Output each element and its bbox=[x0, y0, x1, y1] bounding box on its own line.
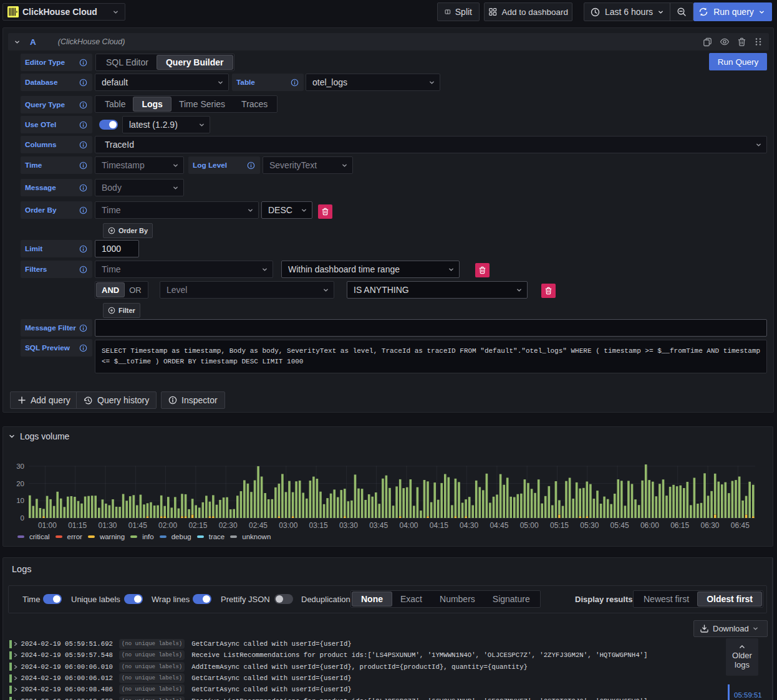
svg-text:03:30: 03:30 bbox=[339, 521, 358, 530]
svg-text:06:45: 06:45 bbox=[731, 521, 750, 530]
svg-text:05:15: 05:15 bbox=[550, 521, 569, 530]
svg-text:02:00: 02:00 bbox=[158, 521, 177, 530]
svg-text:03:00: 03:00 bbox=[279, 521, 297, 530]
svg-text:06:00: 06:00 bbox=[640, 521, 659, 530]
svg-text:10: 10 bbox=[16, 497, 24, 504]
svg-text:06:15: 06:15 bbox=[670, 521, 689, 530]
svg-text:01:00: 01:00 bbox=[38, 521, 57, 530]
svg-text:01:45: 01:45 bbox=[128, 521, 147, 530]
svg-text:04:15: 04:15 bbox=[430, 521, 448, 530]
svg-text:0: 0 bbox=[21, 514, 24, 522]
svg-text:03:45: 03:45 bbox=[369, 521, 388, 530]
svg-text:05:45: 05:45 bbox=[610, 521, 629, 530]
svg-text:03:15: 03:15 bbox=[309, 521, 328, 530]
svg-text:02:30: 02:30 bbox=[219, 521, 238, 530]
svg-text:30: 30 bbox=[16, 463, 24, 470]
svg-text:05:00: 05:00 bbox=[520, 521, 539, 530]
svg-text:01:15: 01:15 bbox=[68, 521, 87, 530]
svg-text:01:30: 01:30 bbox=[98, 521, 117, 530]
svg-text:05:30: 05:30 bbox=[580, 521, 599, 530]
svg-text:04:00: 04:00 bbox=[399, 521, 418, 530]
svg-text:04:45: 04:45 bbox=[490, 521, 508, 530]
svg-text:20: 20 bbox=[16, 480, 24, 487]
svg-text:02:45: 02:45 bbox=[249, 521, 268, 530]
svg-text:02:15: 02:15 bbox=[188, 521, 207, 530]
svg-text:06:30: 06:30 bbox=[700, 521, 719, 530]
svg-text:04:30: 04:30 bbox=[460, 521, 478, 530]
